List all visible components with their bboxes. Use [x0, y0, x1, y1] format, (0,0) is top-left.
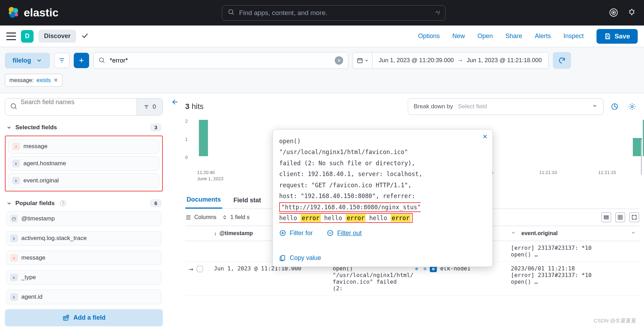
- th-event[interactable]: event.original: [507, 226, 639, 241]
- share-link[interactable]: Share: [506, 32, 522, 40]
- search-icon: [228, 9, 235, 17]
- query-input[interactable]: [110, 57, 331, 64]
- svg-rect-60: [281, 255, 285, 260]
- field-item-type[interactable]: k_type: [6, 270, 161, 285]
- add-filter-button[interactable]: [74, 53, 89, 68]
- tab-documents[interactable]: Documents: [185, 192, 222, 209]
- columns-button[interactable]: Columns: [185, 214, 216, 220]
- date-range-picker[interactable]: Jun 1, 2023 @ 11:20:39.000 → Jun 1, 2023…: [353, 52, 549, 69]
- svg-point-4: [9, 12, 12, 14]
- svg-rect-11: [606, 36, 609, 38]
- new-link[interactable]: New: [452, 32, 465, 40]
- grid-icon[interactable]: [615, 212, 625, 222]
- scrollbar[interactable]: [641, 140, 642, 175]
- close-popover-icon[interactable]: ✕: [483, 133, 487, 140]
- global-search[interactable]: ^/: [222, 5, 446, 21]
- field-item-timestamp[interactable]: @timestamp: [6, 211, 161, 226]
- query-input-box[interactable]: ✕: [93, 52, 348, 69]
- save-button[interactable]: Save: [596, 29, 638, 44]
- newsfeed-icon[interactable]: [609, 8, 619, 18]
- alerts-link[interactable]: Alerts: [535, 32, 551, 40]
- selected-count: 3: [150, 123, 161, 131]
- options-link[interactable]: Options: [418, 32, 440, 40]
- filter-funnel-button[interactable]: [54, 53, 70, 68]
- elastic-logo-icon: [7, 6, 20, 20]
- svg-rect-47: [604, 217, 608, 218]
- field-item-agent-hostname[interactable]: kagent.hostname: [8, 156, 159, 171]
- svg-line-18: [103, 61, 104, 63]
- sort-button[interactable]: 1 field s: [222, 214, 249, 220]
- svg-rect-41: [643, 120, 644, 156]
- field-search-input[interactable]: [5, 99, 107, 106]
- svg-line-6: [232, 13, 234, 15]
- refresh-button[interactable]: [553, 52, 571, 69]
- field-filter-button[interactable]: 0: [137, 99, 162, 115]
- filter-for-action[interactable]: Filter for: [279, 230, 313, 237]
- date-to: Jun 1, 2023 @ 11:21:18.000: [467, 57, 542, 64]
- inspect-link[interactable]: Inspect: [564, 32, 584, 40]
- svg-line-25: [15, 108, 17, 109]
- th-expand: [185, 226, 210, 241]
- logo[interactable]: elastic: [7, 6, 59, 20]
- help-icon[interactable]: [627, 8, 637, 18]
- clear-query-icon[interactable]: ✕: [335, 56, 343, 65]
- svg-point-24: [11, 104, 16, 108]
- svg-rect-39: [199, 120, 208, 156]
- cell-popover: ✕ open() "/usr/local/nginx1/html/favicon…: [273, 129, 493, 267]
- popular-fields-header[interactable]: Popular fields ? 6: [5, 199, 163, 207]
- tab-field-stats[interactable]: Field stat: [232, 192, 262, 208]
- dataview-selector[interactable]: filelog: [5, 53, 50, 68]
- kbd-shortcut: ^/: [436, 10, 440, 16]
- app-name[interactable]: Discover: [38, 30, 76, 43]
- app-header: D Discover Options New Open Share Alerts…: [0, 26, 644, 47]
- filter-bar: filelog ✕ Jun 1, 2023 @ 11:20:39.000 → J…: [0, 47, 644, 93]
- remove-filter-icon[interactable]: ✕: [53, 77, 58, 83]
- selected-fields-box: tmessage kagent.hostname kevent.original: [5, 136, 163, 191]
- calendar-icon[interactable]: [353, 52, 372, 68]
- sidebar: 0 Selected fields 3 tmessage kagent.host…: [0, 93, 168, 327]
- density-icon[interactable]: [601, 212, 611, 222]
- global-header: elastic ^/: [0, 0, 644, 26]
- hits-count: 3 hits: [185, 102, 204, 111]
- svg-point-38: [631, 106, 633, 108]
- saved-check-icon[interactable]: [81, 32, 89, 41]
- breakdown-selector[interactable]: Break down by Select field: [408, 98, 603, 115]
- svg-rect-49: [618, 215, 622, 219]
- popover-body: open() "/usr/local/nginx1/html/favicon.i…: [279, 136, 486, 224]
- arrow-right-icon: →: [457, 57, 463, 64]
- chart-settings-button[interactable]: [625, 100, 639, 114]
- svg-point-3: [15, 13, 18, 16]
- app-badge[interactable]: D: [21, 30, 34, 43]
- field-item-event-original[interactable]: kevent.original: [8, 173, 159, 188]
- field-item-message2[interactable]: tmessage: [6, 250, 161, 265]
- filter-pill[interactable]: message: exists ✕: [5, 74, 63, 87]
- field-item-stacktrace[interactable]: kactivemq.log.stack_trace: [6, 231, 161, 246]
- add-field-button[interactable]: Add a field: [5, 309, 163, 326]
- chart-style-button[interactable]: [608, 100, 622, 114]
- table-row[interactable]: ↗ Jun 1, 2023 @ 11:21:18.000 open() "/us…: [185, 262, 639, 296]
- date-from: Jun 1, 2023 @ 11:20:39.000: [379, 57, 454, 64]
- open-link[interactable]: Open: [477, 32, 493, 40]
- brand-text: elastic: [24, 6, 59, 19]
- svg-rect-29: [13, 218, 16, 220]
- info-icon[interactable]: ?: [60, 201, 66, 206]
- field-item-message[interactable]: tmessage: [8, 139, 159, 154]
- field-search-icon: [10, 103, 18, 111]
- svg-rect-46: [604, 216, 608, 217]
- popular-count: 6: [150, 199, 161, 207]
- chevron-down-icon[interactable]: [631, 230, 636, 237]
- row-checkbox[interactable]: [197, 266, 203, 272]
- expand-row-icon[interactable]: ↗: [187, 265, 195, 273]
- svg-rect-19: [357, 59, 362, 63]
- watermark: CSDN @生夏夏夏: [594, 318, 636, 324]
- fullscreen-icon[interactable]: [629, 212, 639, 222]
- global-search-input[interactable]: [239, 9, 432, 17]
- nav-toggle[interactable]: [6, 32, 16, 40]
- field-item-agentid[interactable]: kagent.id: [6, 290, 161, 304]
- svg-rect-48: [604, 218, 608, 219]
- copy-value-action[interactable]: Copy value: [279, 254, 486, 262]
- svg-point-5: [229, 10, 233, 14]
- filter-out-action[interactable]: Filter out: [327, 230, 362, 237]
- svg-point-17: [100, 58, 104, 62]
- selected-fields-header[interactable]: Selected fields 3: [5, 123, 163, 131]
